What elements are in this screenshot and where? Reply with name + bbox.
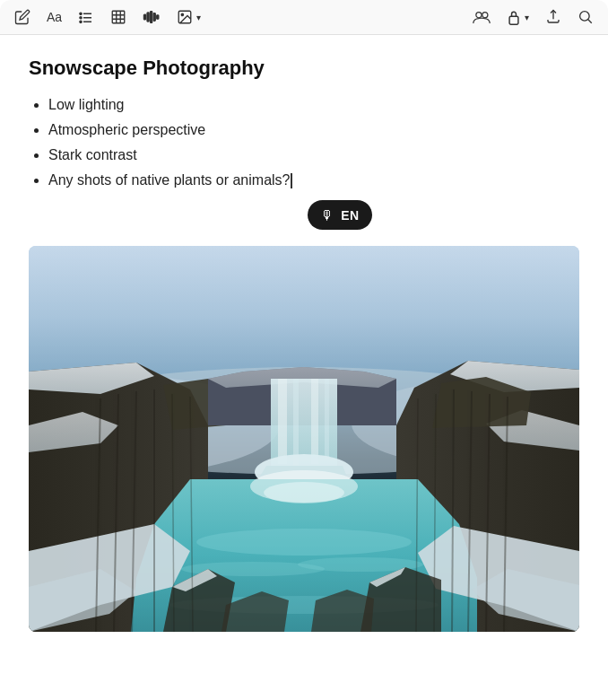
voice-input-pill[interactable]: 🎙 EN [308, 200, 371, 230]
voice-language: EN [341, 208, 359, 223]
lock-icon-group[interactable]: ▾ [507, 9, 529, 25]
snowscape-image [29, 246, 579, 632]
collab-icon[interactable] [473, 9, 491, 25]
svg-rect-11 [144, 14, 146, 20]
bullet-list: Low lighting Atmospheric perspective Sta… [29, 94, 579, 191]
svg-point-19 [482, 13, 488, 18]
bullets-icon[interactable] [78, 9, 94, 25]
svg-point-18 [476, 13, 482, 18]
svg-point-0 [80, 13, 82, 14]
table-icon[interactable] [110, 9, 126, 25]
svg-rect-12 [147, 13, 149, 22]
svg-rect-20 [509, 16, 518, 24]
search-icon[interactable] [578, 9, 594, 25]
svg-rect-14 [153, 13, 155, 22]
bullet-item-4: Any shots of native plants or animals? [48, 170, 579, 191]
svg-rect-41 [311, 379, 318, 464]
svg-point-22 [580, 12, 590, 22]
svg-point-17 [181, 13, 183, 15]
lock-caret-icon[interactable]: ▾ [525, 13, 529, 22]
svg-rect-13 [151, 12, 152, 23]
bullet-item-1: Low lighting [48, 94, 579, 116]
font-icon[interactable]: Aa [47, 10, 62, 24]
edit-icon[interactable] [14, 9, 30, 25]
svg-rect-39 [278, 379, 287, 464]
bullet-item-3: Stark contrast [48, 144, 579, 166]
lock-icon[interactable] [507, 9, 521, 25]
media-icon-group[interactable]: ▾ [177, 9, 201, 25]
audio-icon[interactable] [143, 9, 161, 25]
document-title: Snowscape Photography [29, 57, 579, 80]
svg-point-46 [196, 529, 412, 556]
media-caret-icon[interactable]: ▾ [196, 13, 201, 22]
svg-rect-15 [157, 15, 159, 19]
svg-rect-42 [325, 379, 329, 459]
microphone-icon: 🎙 [320, 207, 334, 223]
text-cursor [291, 173, 292, 188]
svg-line-23 [588, 20, 592, 23]
photo-container [29, 246, 579, 632]
voice-pill-container: 🎙 EN [65, 200, 608, 230]
media-icon[interactable] [177, 9, 193, 25]
svg-point-2 [80, 17, 82, 19]
bullet-item-2: Atmospheric perspective [48, 119, 579, 141]
share-icon[interactable] [545, 9, 561, 25]
svg-point-4 [80, 21, 82, 22]
svg-rect-6 [112, 11, 125, 23]
document-content: Snowscape Photography Low lighting Atmos… [0, 35, 608, 632]
toolbar: Aa [0, 0, 608, 35]
svg-point-51 [264, 482, 344, 503]
